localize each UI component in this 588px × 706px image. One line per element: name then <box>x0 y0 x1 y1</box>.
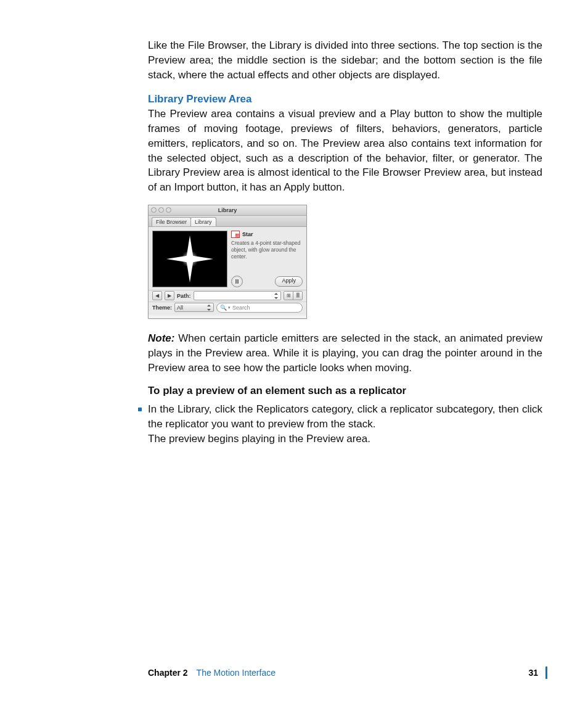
path-label: Path: <box>177 292 191 300</box>
chevron-updown-icon <box>274 293 279 299</box>
panel-fade <box>149 313 306 318</box>
result-paragraph: The preview begins playing in the Previe… <box>148 432 542 446</box>
window-title: Library <box>149 207 306 215</box>
theme-value: All <box>177 304 183 312</box>
preview-area: Star Creates a 4-point star-shaped objec… <box>149 227 306 290</box>
tab-file-browser[interactable]: File Browser <box>152 217 191 226</box>
content-column: Like the File Browser, the Library is di… <box>148 38 542 446</box>
section-paragraph: The Preview area contains a visual previ… <box>148 107 542 195</box>
search-field[interactable]: 🔍 ▾ Search <box>216 303 303 313</box>
footer-title: The Motion Interface <box>197 668 276 678</box>
page-footer: Chapter 2 The Motion Interface 31 <box>148 667 547 679</box>
footer-accent-bar <box>545 667 547 679</box>
apply-button[interactable]: Apply <box>275 276 303 287</box>
note-label: Note: <box>148 332 174 344</box>
path-row: ◀ ▶ Path: ⊞ ≣ <box>149 290 306 302</box>
tab-bar: File Browser Library <box>149 216 306 227</box>
grid-view-icon[interactable]: ⊞ <box>284 292 293 300</box>
pause-icon <box>235 279 239 284</box>
tab-library[interactable]: Library <box>190 217 216 226</box>
nav-forward-button[interactable]: ▶ <box>165 291 174 300</box>
generator-icon <box>231 231 240 238</box>
theme-row: Theme: All 🔍 ▾ Search <box>149 302 306 313</box>
theme-label: Theme: <box>152 304 172 312</box>
item-name: Star <box>242 231 253 239</box>
path-popup[interactable] <box>194 291 282 300</box>
bullet-text: In the Library, click the Replicators ca… <box>148 402 542 432</box>
preview-info: Star Creates a 4-point star-shaped objec… <box>227 231 303 287</box>
list-view-icon[interactable]: ≣ <box>293 292 302 300</box>
item-description: Creates a 4-point star-shaped object, wi… <box>231 240 303 260</box>
section-heading: Library Preview Area <box>148 92 542 107</box>
intro-paragraph: Like the File Browser, the Library is di… <box>148 38 542 82</box>
note-text: When certain particle emitters are selec… <box>148 332 542 374</box>
library-panel: Library File Browser Library <box>148 205 307 319</box>
view-mode-toggle[interactable]: ⊞ ≣ <box>284 291 303 300</box>
page: Like the File Browser, the Library is di… <box>0 0 588 706</box>
search-icon: 🔍 <box>220 304 227 312</box>
bullet-icon <box>138 408 142 411</box>
nav-back-button[interactable]: ◀ <box>152 291 162 300</box>
chevron-updown-icon <box>206 305 211 311</box>
note-paragraph: Note: When certain particle emitters are… <box>148 331 542 375</box>
theme-popup[interactable]: All <box>174 303 214 312</box>
task-heading: To play a preview of an element such as … <box>148 384 542 398</box>
search-placeholder: Search <box>232 304 250 312</box>
window-titlebar: Library <box>149 205 306 216</box>
preview-thumbnail[interactable] <box>152 231 227 287</box>
chevron-down-icon: ▾ <box>228 305 231 311</box>
footer-chapter: Chapter 2 <box>148 668 188 678</box>
footer-page-number: 31 <box>528 668 538 678</box>
bullet-item: In the Library, click the Replicators ca… <box>148 402 542 432</box>
play-button[interactable] <box>231 276 243 287</box>
